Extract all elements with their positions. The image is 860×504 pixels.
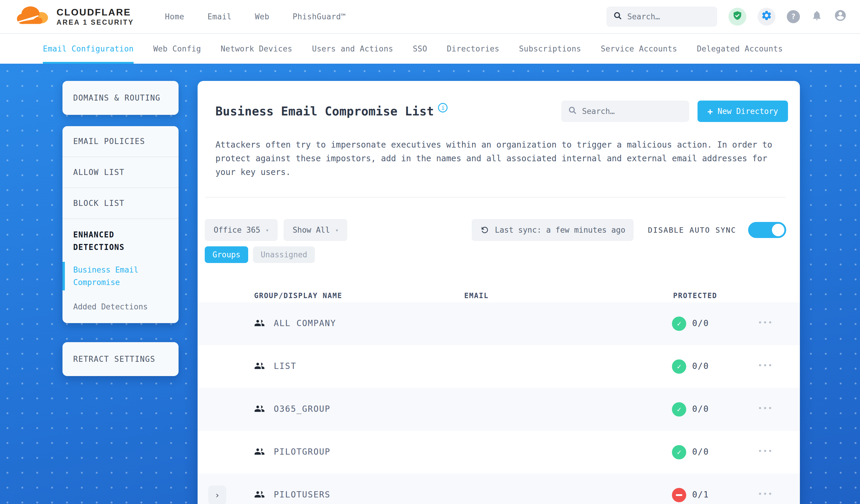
sidebar-item-domains-routing[interactable]: DOMAINS & ROUTING (62, 81, 178, 115)
tab-groups[interactable]: Groups (205, 246, 248, 263)
protected-check-icon: ✓ (672, 445, 686, 459)
protected-count: 0/0 (692, 318, 709, 328)
protected-check-icon: ✓ (672, 317, 686, 331)
secondary-nav: Email Configuration Web Config Network D… (0, 34, 860, 64)
column-email: EMAIL (464, 291, 489, 300)
column-group-display-name: GROUP/DISPLAY NAME (254, 291, 342, 300)
table-row[interactable]: ALL COMPANY ✓ 0/0 ••• (198, 302, 800, 345)
people-icon (254, 361, 265, 373)
search-icon (614, 11, 622, 22)
tab-web-config[interactable]: Web Config (153, 34, 201, 64)
chevron-down-icon: ▾ (266, 227, 269, 233)
table-row[interactable]: › PILOTUSERS 0/1 ••• (198, 474, 800, 504)
main-panel: Business Email Compromise List i + New D… (198, 81, 800, 504)
list-tabs: Groups Unassigned (205, 246, 800, 263)
table-row[interactable]: LIST ✓ 0/0 ••• (198, 345, 800, 388)
tab-network-devices[interactable]: Network Devices (221, 34, 292, 64)
new-directory-button[interactable]: + New Directory (698, 101, 788, 122)
auto-sync-toggle[interactable] (748, 222, 786, 238)
tab-email-configuration[interactable]: Email Configuration (43, 34, 134, 64)
last-sync-label: Last sync: a few minutes ago (495, 226, 625, 234)
protected-count: 0/0 (692, 447, 709, 457)
table-row[interactable]: PILOTGROUP ✓ 0/0 ••• (198, 431, 800, 474)
primary-nav: Home Email Web PhishGuard™ (165, 12, 346, 21)
chevron-down-icon: ▾ (335, 227, 339, 233)
protected-check-icon: ✓ (672, 359, 686, 374)
sidebar-item-business-email-compromise[interactable]: Business Email Compromise (62, 262, 178, 290)
row-menu-button[interactable]: ••• (756, 359, 776, 371)
sidebar-item-enhanced-detections[interactable]: ENHANCED DETECTIONS (62, 229, 178, 254)
directory-filter-value: Office 365 (214, 226, 260, 234)
protected-count: 0/1 (692, 490, 709, 500)
tab-subscriptions[interactable]: Subscriptions (519, 34, 581, 64)
tab-sso[interactable]: SSO (413, 34, 427, 64)
gear-icon (761, 10, 772, 24)
controls-row: Office 365 ▾ Show All ▾ Last sync: a few… (205, 219, 786, 241)
sidebar-item-email-policies[interactable]: EMAIL POLICIES (62, 126, 178, 157)
nav-email[interactable]: Email (207, 12, 231, 21)
notifications-button[interactable] (811, 10, 822, 24)
content-area: DOMAINS & ROUTING EMAIL POLICIES ALLOW L… (0, 64, 860, 504)
new-directory-label: New Directory (717, 107, 778, 116)
group-name: LIST (274, 361, 296, 371)
sidebar-policies-card: EMAIL POLICIES ALLOW LIST BLOCK LIST ENH… (62, 126, 178, 323)
sidebar-item-retract-settings[interactable]: RETRACT SETTINGS (62, 342, 178, 376)
top-header: CLOUDFLARE AREA 1 SECURITY Home Email We… (0, 0, 860, 34)
divider (205, 197, 786, 198)
global-search[interactable] (606, 6, 717, 27)
list-search-input[interactable] (582, 107, 682, 116)
cloudflare-cloud-icon (16, 4, 51, 29)
directory-filter-dropdown[interactable]: Office 365 ▾ (205, 219, 278, 241)
show-filter-value: Show All (292, 226, 330, 234)
sidebar-item-block-list[interactable]: BLOCK LIST (62, 187, 178, 218)
row-menu-button[interactable]: ••• (756, 445, 776, 457)
table-row[interactable]: O365_GROUP ✓ 0/0 ••• (198, 388, 800, 431)
account-button[interactable] (834, 9, 847, 24)
page-title: Business Email Compromise List (215, 104, 434, 118)
tab-delegated-accounts[interactable]: Delegated Accounts (697, 34, 783, 64)
row-menu-button[interactable]: ••• (756, 317, 776, 329)
last-sync-button[interactable]: Last sync: a few minutes ago (472, 219, 633, 241)
settings-button[interactable] (758, 8, 775, 26)
plus-icon: + (707, 106, 713, 117)
security-status-button[interactable] (729, 8, 746, 26)
info-icon[interactable]: i (438, 103, 447, 113)
tab-users-and-actions[interactable]: Users and Actions (312, 34, 393, 64)
sidebar-section-enhanced-detections: ENHANCED DETECTIONS Business Email Compr… (62, 218, 178, 323)
global-search-input[interactable] (627, 12, 710, 21)
row-menu-button[interactable]: ••• (756, 402, 776, 414)
user-icon (834, 13, 847, 24)
protected-count: 0/0 (692, 361, 709, 371)
question-icon: ? (791, 13, 796, 21)
table-header: GROUP/DISPLAY NAME EMAIL PROTECTED (198, 291, 800, 302)
sidebar-item-added-detections[interactable]: Added Detections (62, 299, 178, 315)
nav-phishguard[interactable]: PhishGuard™ (292, 12, 346, 21)
group-name: ALL COMPANY (274, 318, 336, 328)
tab-service-accounts[interactable]: Service Accounts (601, 34, 677, 64)
group-name: O365_GROUP (274, 404, 331, 414)
tab-directories[interactable]: Directories (447, 34, 499, 64)
shield-check-icon (732, 11, 743, 23)
expand-row-button[interactable]: › (208, 486, 226, 504)
people-icon (254, 490, 265, 501)
nav-home[interactable]: Home (165, 12, 184, 21)
list-search[interactable] (561, 101, 689, 122)
people-icon (254, 318, 265, 330)
app: CLOUDFLARE AREA 1 SECURITY Home Email We… (0, 0, 860, 504)
show-filter-dropdown[interactable]: Show All ▾ (284, 219, 347, 241)
brand-subtitle: AREA 1 SECURITY (57, 19, 134, 26)
column-protected: PROTECTED (673, 291, 717, 300)
header-actions: ? (606, 6, 847, 27)
cloudflare-logo[interactable]: CLOUDFLARE AREA 1 SECURITY (16, 4, 134, 29)
help-button[interactable]: ? (787, 10, 800, 23)
page-description: Attackers often try to impersonate execu… (215, 138, 778, 179)
people-icon (254, 447, 265, 458)
tab-unassigned[interactable]: Unassigned (253, 246, 315, 263)
people-icon (254, 404, 265, 415)
unprotected-minus-icon (672, 488, 686, 502)
sidebar: DOMAINS & ROUTING EMAIL POLICIES ALLOW L… (62, 81, 178, 376)
refresh-icon (480, 225, 489, 235)
row-menu-button[interactable]: ••• (756, 488, 776, 500)
nav-web[interactable]: Web (255, 12, 269, 21)
sidebar-item-allow-list[interactable]: ALLOW LIST (62, 157, 178, 187)
